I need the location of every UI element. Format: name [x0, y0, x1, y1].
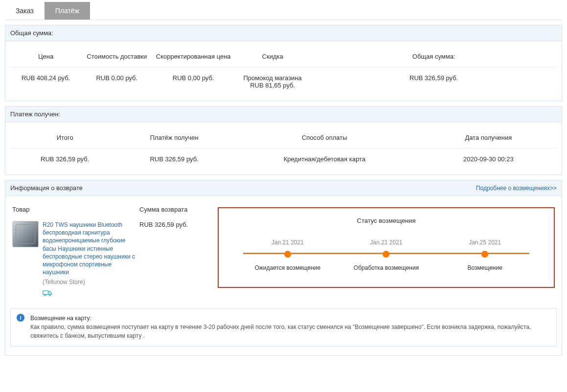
step-dot-icon [383, 251, 389, 258]
panel-summary-title: Общая сумма: [10, 29, 53, 37]
refund-step-label: Ожидается возмещение [254, 264, 320, 271]
refund-step-date: Jan.25 2021 [469, 239, 501, 246]
refund-more-link[interactable]: Подробнее о возмещениях>> [476, 185, 557, 192]
summary-col-price: Цена [10, 48, 81, 67]
panel-received-header: Платеж получен: [5, 107, 562, 122]
refund-step-date: Jan.21 2021 [272, 239, 304, 246]
refund-status-box: Статус возмещения Jan.21 2021 Ожидается … [218, 207, 555, 288]
received-col-total: Итого [10, 129, 119, 149]
panel-refund-title: Информация о возврате [10, 184, 83, 192]
panel-received: Платеж получен: Итого Платёж получен Спо… [5, 106, 562, 175]
refund-step-label: Возмещение [467, 264, 502, 271]
summary-adjusted: RUB 0,00 руб. [152, 67, 234, 92]
refund-row: R20 TWS наушники Bluetooth беспроводная … [10, 218, 557, 301]
svg-point-1 [44, 294, 45, 295]
refund-amount: RUB 326,59 руб. [139, 221, 218, 299]
refund-step-processing: Jan.21 2021 Обработка возмещения [337, 239, 436, 271]
refund-step-date: Jan.21 2021 [370, 239, 402, 246]
panel-refund: Информация о возврате Подробнее о возмещ… [5, 180, 562, 356]
step-dot-icon [284, 251, 291, 258]
tab-order[interactable]: Заказ [5, 2, 45, 20]
delivery-icon [43, 288, 139, 299]
received-method: Кредитная/дебетовая карта [229, 149, 420, 166]
refund-product-cell: R20 TWS наушники Bluetooth беспроводная … [12, 221, 139, 299]
summary-discount-value: RUB 81,65 руб. [237, 82, 308, 89]
received-col-method: Способ оплаты [229, 129, 420, 149]
received-received: RUB 326,59 руб. [119, 149, 228, 166]
received-total: RUB 326,59 руб. [10, 149, 119, 166]
tabs: Заказ Платёж [5, 2, 562, 20]
summary-col-adjusted: Скорректированная цена [152, 48, 234, 67]
received-col-received: Платёж получен [119, 129, 228, 149]
refund-status-title: Статус возмещения [233, 217, 539, 224]
summary-shipping: RUB 0,00 руб. [81, 67, 152, 92]
store-name: (Tellunow Store) [43, 278, 139, 286]
received-date: 2020-09-30 00:23 [420, 149, 557, 166]
received-table: Итого Платёж получен Способ оплаты Дата … [10, 129, 557, 166]
summary-col-total: Общая сумма: [311, 48, 557, 67]
refund-info-line1: Возмещение на карту: [30, 315, 91, 322]
panel-received-title: Платеж получен: [10, 110, 60, 118]
refund-step-pending: Jan.21 2021 Ожидается возмещение [238, 239, 337, 271]
summary-discount-label: Промокод магазина [237, 74, 308, 82]
refund-col-product: Товар [12, 206, 139, 213]
refund-info-box: i Возмещение на карту: Как правило, сумм… [10, 308, 557, 347]
summary-col-discount: Скидка [234, 48, 311, 67]
panel-summary: Общая сумма: Цена Стоимость доставки Ско… [5, 25, 562, 101]
panel-summary-header: Общая сумма: [5, 25, 562, 41]
summary-col-shipping: Стоимость доставки [81, 48, 152, 67]
summary-table: Цена Стоимость доставки Скорректированна… [10, 48, 557, 92]
refund-info-line2: Как правило, сумма возмещения поступает … [30, 323, 550, 340]
card-number-masked [93, 316, 137, 321]
panel-refund-header: Информация о возврате Подробнее о возмещ… [5, 180, 562, 196]
refund-steps: Jan.21 2021 Ожидается возмещение Jan.21 … [233, 239, 539, 271]
refund-col-amount: Сумма возврата [139, 206, 218, 213]
summary-discount: Промокод магазина RUB 81,65 руб. [234, 67, 311, 92]
product-link[interactable]: R20 TWS наушники Bluetooth беспроводная … [43, 221, 139, 276]
received-col-date: Дата получения [420, 129, 557, 149]
product-thumbnail[interactable] [12, 221, 39, 247]
step-dot-icon [481, 251, 488, 258]
tab-payment[interactable]: Платёж [45, 2, 90, 20]
refund-step-label: Обработка возмещения [354, 264, 419, 271]
svg-point-2 [49, 294, 50, 295]
info-icon: i [17, 314, 24, 322]
summary-price: RUB 408,24 руб. [10, 67, 81, 92]
refund-step-complete: Jan.25 2021 Возмещение [435, 239, 534, 271]
summary-total: RUB 326,59 руб. [311, 67, 557, 92]
